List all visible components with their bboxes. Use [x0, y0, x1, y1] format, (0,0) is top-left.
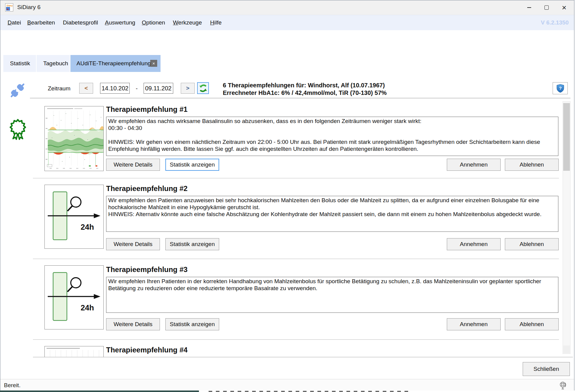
card4-thumbnail[interactable]	[44, 346, 104, 357]
help-button[interactable]: ?	[553, 82, 568, 94]
minimize-button[interactable]	[520, 0, 538, 15]
summary-line2: Errechneter HbA1c: 6% / 42,4mmol/mol, Ti…	[223, 89, 387, 97]
window-title: SiDiary 6	[17, 4, 41, 11]
card2-details-button[interactable]: Weitere Details	[106, 238, 160, 250]
green-refresh-icon	[199, 84, 208, 93]
card1-title: Therapieempfehlung #1	[106, 105, 187, 114]
sidiary-window: Diary SiDiary 6 × Datei Bearbeiten Diabe…	[0, 0, 574, 390]
period-prev-button[interactable]: <	[79, 83, 93, 94]
version-label: V 6.2.1350	[541, 19, 569, 26]
menu-werkzeuge[interactable]: Werkzeuge	[173, 19, 202, 26]
card1-stats-button[interactable]: Statistik anzeigen	[165, 159, 219, 171]
screen: Diary SiDiary 6 × Datei Bearbeiten Diabe…	[0, 0, 575, 392]
svg-text:24h: 24h	[81, 303, 94, 312]
close-button[interactable]: ×	[555, 0, 573, 15]
menu-diabetesprofil[interactable]: Diabetesprofil	[63, 19, 98, 26]
card2-title: Therapieempfehlung #2	[106, 184, 187, 193]
summary-line1: 6 Therapieempfehlungen für: Windhorst, A…	[223, 82, 387, 89]
card2-text: Wir empfehlen den Patienten anzuweisen b…	[106, 196, 558, 232]
separator	[30, 98, 570, 99]
card3-thumbnail[interactable]: 24h	[44, 265, 104, 329]
card3-text: Wir empfehlen Ihren Patienten in der kor…	[106, 277, 558, 313]
svg-text:24h: 24h	[81, 223, 94, 231]
close-panel-button[interactable]: Schließen	[523, 362, 570, 376]
card3-stats-button[interactable]: Statistik anzeigen	[165, 318, 219, 330]
card3-accept-button[interactable]: Annehmen	[447, 318, 501, 330]
status-bar: Bereit.	[0, 379, 574, 391]
svg-text:?: ?	[559, 86, 561, 91]
period-to-input[interactable]	[144, 83, 173, 94]
period-next-button[interactable]: >	[181, 83, 195, 94]
card1-decline-button[interactable]: Ablehnen	[505, 159, 559, 171]
title-bar: Diary SiDiary 6 ×	[0, 0, 574, 15]
card2-accept-button[interactable]: Annehmen	[447, 238, 501, 250]
daily-range-thumbnail: 24h	[45, 185, 103, 248]
period-label: Zeitraum	[48, 85, 70, 92]
card-separator	[33, 259, 559, 259]
tab-audite[interactable]: AUdiTE-Therapieempfehlungen ×	[70, 55, 161, 72]
menu-optionen[interactable]: Optionen	[142, 19, 165, 26]
menu-hilfe[interactable]: Hilfe	[210, 19, 222, 26]
list-bottom-line	[33, 357, 573, 357]
card4-title: Therapieempfehlung #4	[106, 346, 187, 354]
status-text: Bereit.	[4, 382, 21, 389]
app-icon: Diary	[5, 3, 13, 11]
background-window-strip	[0, 390, 575, 392]
period-from-input[interactable]	[100, 83, 130, 94]
agp-chart-thumbnail	[45, 106, 103, 171]
card2-stats-button[interactable]: Statistik anzeigen	[165, 238, 219, 250]
toolbar: Weiterempfehlen >	[0, 30, 574, 55]
card3-decline-button[interactable]: Ablehnen	[505, 318, 559, 330]
award-rosette-icon	[8, 118, 28, 140]
card2-thumbnail[interactable]: 24h	[44, 185, 104, 249]
card1-text: Wir empfehlen das nachts wirksame Basali…	[106, 117, 558, 156]
card-separator	[33, 339, 559, 340]
tab-strip: Statistik Tagebuch AUdiTE-Therapieempfeh…	[0, 55, 574, 72]
tab-statistik[interactable]: Statistik	[3, 55, 36, 72]
daily-range-thumbnail: 24h	[45, 266, 103, 329]
card-separator	[33, 178, 559, 178]
connection-plug-icon	[8, 80, 28, 100]
recommendations-summary: 6 Therapieempfehlungen für: Windhorst, A…	[223, 82, 387, 97]
card1-thumbnail[interactable]	[44, 106, 104, 171]
help-shield-icon: ?	[557, 84, 564, 93]
menu-bar: Datei Bearbeiten Diabetesprofil Auswertu…	[0, 15, 574, 31]
tab-close-icon[interactable]: ×	[150, 60, 157, 67]
menu-auswertung[interactable]: Auswertung	[105, 19, 135, 26]
card1-details-button[interactable]: Weitere Details	[106, 159, 160, 171]
reload-recommendations-button[interactable]	[197, 82, 209, 94]
menu-datei[interactable]: Datei	[8, 19, 21, 26]
globe-icon	[559, 381, 567, 390]
card3-title: Therapieempfehlung #3	[106, 265, 187, 274]
scrollbar-down-button[interactable]	[563, 345, 570, 353]
period-separator: -	[136, 85, 138, 92]
scrollbar-thumb[interactable]	[563, 103, 570, 171]
card1-accept-button[interactable]: Annehmen	[447, 159, 501, 171]
menu-bearbeiten[interactable]: Bearbeiten	[27, 19, 55, 26]
audite-panel: Zeitraum < - > 6 Therapieempfehlungen fü…	[0, 72, 574, 379]
card3-details-button[interactable]: Weitere Details	[106, 318, 160, 330]
tab-tagebuch[interactable]: Tagebuch	[37, 55, 70, 72]
maximize-button[interactable]	[538, 0, 555, 15]
card2-decline-button[interactable]: Ablehnen	[505, 238, 559, 250]
